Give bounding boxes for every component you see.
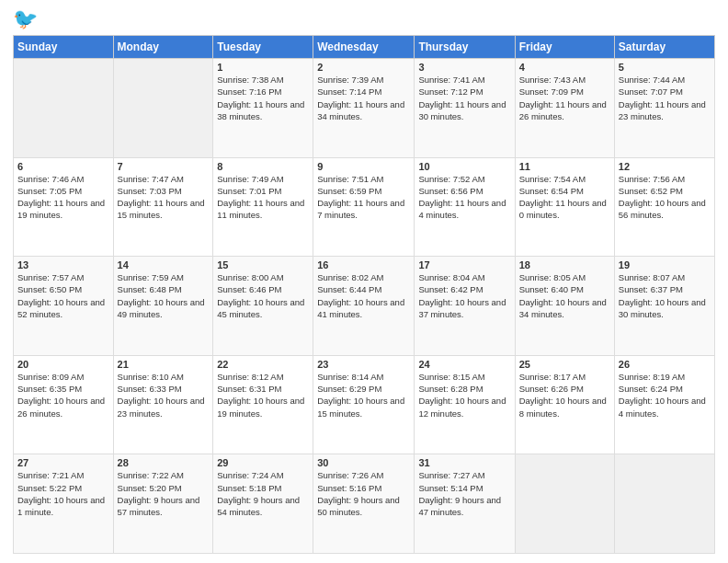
calendar-cell: 7Sunrise: 7:47 AMSunset: 7:03 PMDaylight… [113,157,213,257]
sunset-text: Sunset: 7:14 PM [317,86,410,98]
day-number: 20 [17,359,109,370]
day-info: Sunrise: 8:00 AMSunset: 6:46 PMDaylight:… [217,271,309,320]
day-number: 2 [317,62,410,73]
sunrise-text: Sunrise: 8:09 AM [17,371,109,383]
calendar-cell: 16Sunrise: 8:02 AMSunset: 6:44 PMDayligh… [313,257,415,356]
calendar-cell: 4Sunrise: 7:43 AMSunset: 7:09 PMDaylight… [515,59,614,158]
sunrise-text: Sunrise: 7:56 AM [619,173,711,185]
header-row: SundayMondayTuesdayWednesdayThursdayFrid… [14,36,715,59]
day-info: Sunrise: 8:09 AMSunset: 6:35 PMDaylight:… [17,371,109,419]
daylight-text: Daylight: 11 hours and 34 minutes. [317,98,410,123]
day-info: Sunrise: 7:22 AMSunset: 5:20 PMDaylight:… [118,469,210,518]
calendar-cell: 21Sunrise: 8:10 AMSunset: 6:33 PMDayligh… [113,355,213,454]
day-number: 21 [118,359,210,370]
calendar-cell: 25Sunrise: 8:17 AMSunset: 6:26 PMDayligh… [515,355,614,454]
day-info: Sunrise: 7:21 AMSunset: 5:22 PMDaylight:… [17,469,109,518]
daylight-text: Daylight: 10 hours and 41 minutes. [317,296,410,321]
daylight-text: Daylight: 11 hours and 0 minutes. [519,197,610,222]
sunset-text: Sunset: 6:46 PM [217,283,309,295]
day-info: Sunrise: 7:39 AMSunset: 7:14 PMDaylight:… [317,74,410,122]
sunrise-text: Sunrise: 7:41 AM [418,74,510,86]
sunrise-text: Sunrise: 7:49 AM [217,173,309,185]
calendar-cell [14,59,114,158]
sunset-text: Sunset: 7:01 PM [217,185,309,197]
calendar-body: 1Sunrise: 7:38 AMSunset: 7:16 PMDaylight… [14,59,715,554]
calendar-cell: 10Sunrise: 7:52 AMSunset: 6:56 PMDayligh… [415,157,515,257]
sunset-text: Sunset: 7:05 PM [17,185,109,197]
daylight-text: Daylight: 9 hours and 54 minutes. [217,494,309,519]
day-number: 25 [519,359,610,370]
day-info: Sunrise: 7:52 AMSunset: 6:56 PMDaylight:… [418,173,510,222]
sunrise-text: Sunrise: 7:59 AM [118,271,210,283]
day-info: Sunrise: 7:46 AMSunset: 7:05 PMDaylight:… [17,173,109,222]
weekday-header-sunday: Sunday [14,36,114,59]
calendar-cell: 12Sunrise: 7:56 AMSunset: 6:52 PMDayligh… [614,157,714,257]
day-info: Sunrise: 7:54 AMSunset: 6:54 PMDaylight:… [519,173,610,222]
logo-text: 🐦 [13,9,38,29]
week-row-4: 20Sunrise: 8:09 AMSunset: 6:35 PMDayligh… [14,355,715,454]
daylight-text: Daylight: 10 hours and 23 minutes. [118,395,210,419]
calendar-cell: 23Sunrise: 8:14 AMSunset: 6:29 PMDayligh… [313,355,415,454]
sunrise-text: Sunrise: 7:54 AM [519,173,610,185]
calendar-cell: 11Sunrise: 7:54 AMSunset: 6:54 PMDayligh… [515,157,614,257]
day-info: Sunrise: 8:04 AMSunset: 6:42 PMDaylight:… [418,271,510,320]
calendar-cell: 27Sunrise: 7:21 AMSunset: 5:22 PMDayligh… [14,454,114,554]
logo: 🐦 [13,9,38,29]
header: 🐦 [13,9,715,29]
day-info: Sunrise: 7:43 AMSunset: 7:09 PMDaylight:… [519,74,610,122]
calendar-cell: 15Sunrise: 8:00 AMSunset: 6:46 PMDayligh… [213,257,313,356]
weekday-header-monday: Monday [113,36,213,59]
daylight-text: Daylight: 11 hours and 11 minutes. [217,197,309,222]
day-info: Sunrise: 8:10 AMSunset: 6:33 PMDaylight:… [118,371,210,419]
sunset-text: Sunset: 6:37 PM [619,283,711,295]
week-row-3: 13Sunrise: 7:57 AMSunset: 6:50 PMDayligh… [14,257,715,356]
daylight-text: Daylight: 11 hours and 4 minutes. [418,197,510,222]
sunset-text: Sunset: 5:20 PM [118,482,210,494]
sunset-text: Sunset: 5:16 PM [317,482,410,494]
day-info: Sunrise: 7:47 AMSunset: 7:03 PMDaylight:… [118,173,210,222]
bird-icon: 🐦 [13,7,38,30]
sunrise-text: Sunrise: 7:21 AM [17,469,109,481]
day-info: Sunrise: 7:24 AMSunset: 5:18 PMDaylight:… [217,469,309,518]
day-number: 9 [317,161,410,172]
day-info: Sunrise: 8:19 AMSunset: 6:24 PMDaylight:… [619,371,711,419]
sunrise-text: Sunrise: 8:00 AM [217,271,309,283]
day-info: Sunrise: 7:51 AMSunset: 6:59 PMDaylight:… [317,173,410,222]
sunset-text: Sunset: 7:03 PM [118,185,210,197]
day-number: 26 [619,359,711,370]
sunset-text: Sunset: 6:50 PM [17,283,109,295]
sunset-text: Sunset: 6:42 PM [418,283,510,295]
day-info: Sunrise: 7:56 AMSunset: 6:52 PMDaylight:… [619,173,711,222]
daylight-text: Daylight: 11 hours and 26 minutes. [519,98,610,123]
daylight-text: Daylight: 10 hours and 34 minutes. [519,296,610,321]
day-info: Sunrise: 7:38 AMSunset: 7:16 PMDaylight:… [217,74,309,122]
sunset-text: Sunset: 6:28 PM [418,383,510,395]
sunrise-text: Sunrise: 7:47 AM [118,173,210,185]
calendar-cell: 24Sunrise: 8:15 AMSunset: 6:28 PMDayligh… [415,355,515,454]
calendar-cell: 28Sunrise: 7:22 AMSunset: 5:20 PMDayligh… [113,454,213,554]
week-row-2: 6Sunrise: 7:46 AMSunset: 7:05 PMDaylight… [14,157,715,257]
sunset-text: Sunset: 6:26 PM [519,383,610,395]
day-info: Sunrise: 7:44 AMSunset: 7:07 PMDaylight:… [619,74,711,122]
day-number: 31 [418,457,510,468]
sunrise-text: Sunrise: 8:17 AM [519,371,610,383]
sunset-text: Sunset: 6:48 PM [118,283,210,295]
weekday-header-wednesday: Wednesday [313,36,415,59]
sunrise-text: Sunrise: 7:52 AM [418,173,510,185]
calendar-cell: 18Sunrise: 8:05 AMSunset: 6:40 PMDayligh… [515,257,614,356]
daylight-text: Daylight: 10 hours and 15 minutes. [317,395,410,419]
daylight-text: Daylight: 10 hours and 26 minutes. [17,395,109,419]
calendar-cell: 14Sunrise: 7:59 AMSunset: 6:48 PMDayligh… [113,257,213,356]
calendar-cell: 3Sunrise: 7:41 AMSunset: 7:12 PMDaylight… [415,59,515,158]
day-number: 4 [519,62,610,73]
daylight-text: Daylight: 10 hours and 1 minute. [17,494,109,519]
day-number: 30 [317,457,410,468]
weekday-header-friday: Friday [515,36,614,59]
day-number: 29 [217,457,309,468]
calendar-cell [113,59,213,158]
sunrise-text: Sunrise: 7:22 AM [118,469,210,481]
calendar-cell [614,454,714,554]
day-number: 7 [118,161,210,172]
day-number: 15 [217,259,309,270]
week-row-1: 1Sunrise: 7:38 AMSunset: 7:16 PMDaylight… [14,59,715,158]
